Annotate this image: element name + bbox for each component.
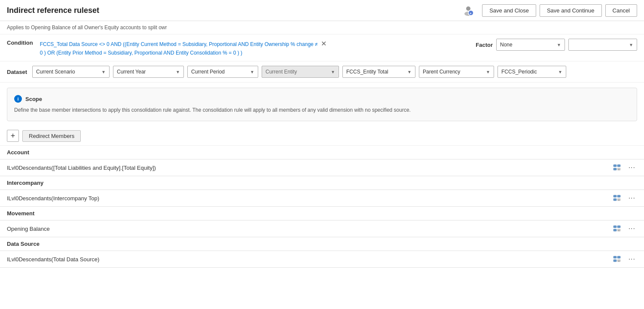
row-text: ILvl0Descendants(Intercompany Top) [7,195,611,202]
dataset-entity-dropdown[interactable]: Current Entity ▼ [262,66,339,78]
svg-rect-14 [613,226,617,228]
row-actions: + ··· [611,163,637,172]
more-options-button[interactable]: ··· [627,254,637,264]
row-text: ILvl0Descendants(Total Data Source) [7,256,611,263]
dataset-period-value: Current Period [191,69,225,75]
svg-rect-10 [617,195,620,197]
member-select-icon[interactable]: + [611,224,623,233]
more-options-button[interactable]: ··· [627,163,637,172]
svg-rect-9 [613,195,617,197]
section-header-3: Data Source [0,237,644,251]
dataset-year-value: Current Year [117,69,146,75]
dataset-entity-value: Current Entity [266,69,297,75]
periodic-arrow: ▼ [558,70,562,74]
dataset-currency-value: Parent Currency [423,69,460,75]
scope-description: Define the base member intersections to … [14,106,630,114]
row-actions: + ··· [611,193,637,203]
row-text: Opening Balance [7,226,611,232]
svg-rect-11 [613,199,617,201]
scope-title-row: i Scope [14,95,630,103]
more-options-button[interactable]: ··· [627,193,637,203]
dataset-entity-total-value: FCCS_Entity Total [346,69,388,75]
dataset-currency-dropdown[interactable]: Parent Currency ▼ [419,66,494,78]
cancel-button[interactable]: Cancel [605,4,637,17]
svg-rect-6 [613,168,617,170]
svg-rect-19 [613,256,617,258]
row-text: ILvl0Descendants([Total Liabilities and … [7,165,611,171]
condition-line1: FCCS_Total Data Source <> 0 AND ((Entity… [40,41,318,47]
factor-dropdown2[interactable]: ▼ [568,39,637,51]
dataset-year-dropdown[interactable]: Current Year ▼ [113,66,184,78]
add-icon: + [11,132,15,141]
dataset-scenario-value: Current Scenario [36,69,75,75]
user-icon[interactable]: + [461,3,475,17]
section-header-2: Movement [0,207,644,220]
row-actions: + ··· [611,254,637,264]
currency-arrow: ▼ [486,70,490,74]
member-select-icon[interactable]: + [611,193,623,203]
svg-text:+: + [618,260,620,262]
period-arrow: ▼ [250,70,254,74]
factor-dropdown1-value: None [500,42,513,48]
scope-title: Scope [25,96,42,102]
more-options-button[interactable]: ··· [627,224,637,233]
factor-dropdown1-arrow: ▼ [557,43,561,47]
table-row: ILvl0Descendants([Total Liabilities and … [0,159,644,176]
entity-total-arrow: ▼ [407,70,412,74]
redirect-members-button[interactable]: Redirect Members [22,130,81,142]
save-close-button[interactable]: Save and Close [482,4,536,17]
condition-close[interactable]: ✕ [321,40,327,47]
table-section: AccountILvl0Descendants([Total Liabiliti… [0,146,644,268]
factor-section: Factor None ▼ ▼ [476,39,637,51]
factor-label: Factor [476,42,493,48]
section-header-0: Account [0,146,644,159]
row-actions: + ··· [611,224,637,233]
factor-dropdown1[interactable]: None ▼ [496,39,565,51]
svg-rect-15 [617,226,620,228]
svg-point-0 [466,6,470,11]
condition-line2: 0 ) OR (Entity Prior Method = Subsidiary… [40,50,242,56]
dataset-periodic-value: FCCS_Periodic [501,69,537,75]
dataset-label: Dataset [7,69,27,75]
section-header-1: Intercompany [0,176,644,190]
dataset-period-dropdown[interactable]: Current Period ▼ [187,66,258,78]
svg-rect-20 [617,256,620,258]
redirect-row: + Redirect Members [0,126,644,146]
condition-text: FCCS_Total Data Source <> 0 AND ((Entity… [40,39,469,57]
scope-section: i Scope Define the base member intersect… [7,88,637,121]
table-row: ILvl0Descendants(Intercompany Top) + ··· [0,190,644,207]
scenario-arrow: ▼ [101,70,106,74]
page-subtitle: Applies to Opening Balance of all Owner'… [0,21,644,34]
header-actions: + Save and Close Save and Continue Cance… [461,3,637,17]
svg-text:+: + [618,229,620,232]
dataset-row: Dataset Current Scenario ▼ Current Year … [0,61,644,83]
table-row: ILvl0Descendants(Total Data Source) + ··… [0,251,644,268]
dataset-entity-total-dropdown[interactable]: FCCS_Entity Total ▼ [342,66,415,78]
svg-rect-21 [613,260,617,262]
svg-rect-5 [617,165,620,167]
member-select-icon[interactable]: + [611,163,623,172]
svg-text:+: + [470,12,472,15]
save-continue-button[interactable]: Save and Continue [540,4,602,17]
page-title: Indirect reference ruleset [7,6,461,15]
svg-text:+: + [618,168,620,171]
condition-label: Condition [7,39,33,46]
factor-dropdown2-arrow: ▼ [629,43,633,47]
dataset-scenario-dropdown[interactable]: Current Scenario ▼ [32,66,110,78]
svg-rect-16 [613,229,617,231]
svg-rect-4 [613,165,617,167]
table-row: Opening Balance + ··· [0,220,644,237]
svg-text:+: + [618,199,620,201]
year-arrow: ▼ [176,70,180,74]
condition-block: FCCS_Total Data Source <> 0 AND ((Entity… [40,39,469,57]
subtitle-text: Applies to Opening Balance of all Owner'… [7,24,167,31]
add-button[interactable]: + [7,130,19,142]
entity-arrow: ▼ [331,70,335,74]
condition-row: Condition FCCS_Total Data Source <> 0 AN… [0,34,644,61]
scope-info-icon: i [14,95,22,103]
page-header: Indirect reference ruleset + Save and Cl… [0,0,644,21]
dataset-periodic-dropdown[interactable]: FCCS_Periodic ▼ [497,66,566,78]
member-select-icon[interactable]: + [611,254,623,264]
